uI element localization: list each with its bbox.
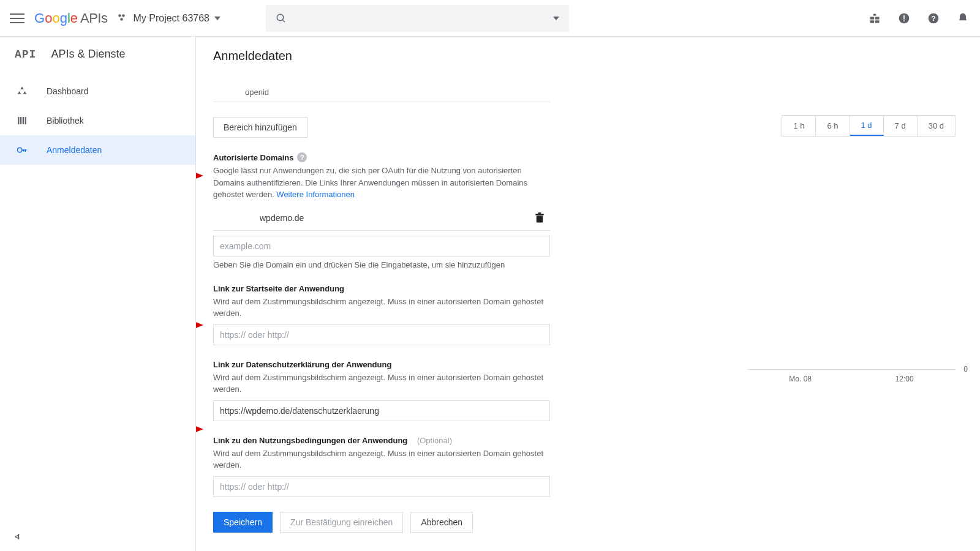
hamburger-menu-icon[interactable]: [10, 11, 24, 26]
api-mark: API: [15, 48, 36, 61]
svg-point-22: [18, 148, 23, 152]
svg-point-1: [123, 14, 126, 17]
svg-rect-6: [875, 17, 880, 19]
terms-link-title: Link zu den Nutzungsbedingungen der Anwe…: [213, 436, 550, 445]
svg-rect-19: [20, 117, 21, 124]
annotation-5: 5: [196, 163, 203, 188]
add-scope-button[interactable]: Bereich hinzufügen: [213, 117, 307, 138]
sidebar-item-library[interactable]: Bibliothek: [0, 106, 195, 135]
chevron-down-icon: [214, 17, 221, 20]
domain-row: wpdemo.de: [213, 206, 550, 231]
key-icon: [15, 144, 29, 156]
sidebar-nav: Dashboard Bibliothek Anmeldedaten: [0, 77, 195, 165]
metrics-panel: 1 h 6 h 1 d 7 d 30 d 0 Mo. 08 12:00: [747, 115, 956, 383]
privacy-link-title: Link zur Datenschutzerklärung der Anwend…: [213, 360, 550, 369]
library-icon: [15, 115, 29, 126]
topbar-actions: ?: [867, 11, 970, 26]
main-content: Anmeldedaten 5 6 7 openid Bereich hinzuf…: [196, 37, 980, 551]
collapse-sidebar-icon[interactable]: <I: [15, 532, 18, 541]
cancel-button[interactable]: Abbrechen: [410, 512, 473, 533]
time-range-30d[interactable]: 30 d: [918, 116, 955, 136]
privacy-link-input[interactable]: [213, 400, 550, 421]
svg-rect-11: [903, 15, 905, 20]
help-icon[interactable]: ?: [926, 11, 941, 26]
svg-rect-24: [25, 149, 26, 152]
chart-x-labels: Mo. 08 12:00: [747, 375, 956, 383]
domain-value: wpdemo.de: [260, 213, 534, 223]
svg-rect-28: [538, 212, 541, 214]
svg-rect-26: [537, 216, 543, 222]
sidebar-item-label: Bibliothek: [47, 116, 84, 126]
help-icon[interactable]: ?: [297, 152, 307, 162]
svg-marker-17: [23, 91, 27, 94]
terms-link-input[interactable]: [213, 476, 550, 497]
more-info-link[interactable]: Weitere Informationen: [276, 190, 355, 199]
domain-input-hint: Geben Sie die Domain ein und drücken Sie…: [213, 260, 550, 269]
notifications-icon[interactable]: [956, 11, 970, 26]
sidebar-title: APIs & Dienste: [51, 48, 125, 61]
time-range-6h[interactable]: 6 h: [816, 116, 850, 136]
authorized-domains-desc: Google lässt nur Anwendungen zu, die sic…: [213, 165, 550, 201]
page-title: Anmeldedaten: [196, 37, 980, 88]
svg-line-4: [282, 20, 285, 22]
dashboard-icon: [15, 86, 29, 97]
svg-rect-23: [21, 149, 26, 151]
submit-verification-button: Zur Bestätigung einreichen: [280, 512, 403, 533]
chart-axis-x: 0: [747, 369, 956, 370]
gift-icon[interactable]: [867, 11, 882, 26]
privacy-link-desc: Wird auf dem Zustimmungsbildschirm angez…: [213, 372, 550, 395]
sidebar-item-label: Dashboard: [47, 86, 89, 96]
project-icon: [117, 13, 128, 24]
project-name: My Project 63768: [133, 13, 209, 24]
save-button[interactable]: Speichern: [213, 512, 273, 533]
sidebar: API APIs & Dienste Dashboard Bibliothek: [0, 37, 196, 551]
project-selector[interactable]: My Project 63768: [117, 13, 221, 24]
authorized-domains-title: Autorisierte Domains ?: [213, 152, 550, 162]
sidebar-item-dashboard[interactable]: Dashboard: [0, 77, 195, 106]
sidebar-item-credentials[interactable]: Anmeldedaten: [0, 135, 195, 165]
svg-rect-8: [875, 20, 880, 23]
chart-area: 0 Mo. 08 12:00: [747, 369, 956, 383]
svg-rect-12: [903, 20, 905, 21]
trash-icon[interactable]: [534, 212, 545, 224]
svg-rect-9: [873, 13, 876, 15]
svg-text:?: ?: [931, 14, 935, 22]
svg-point-2: [121, 18, 124, 21]
svg-rect-21: [25, 117, 26, 124]
chart-zero-label: 0: [963, 365, 968, 373]
search-dropdown-icon[interactable]: [553, 17, 559, 20]
domain-input[interactable]: [213, 236, 550, 257]
scope-openid: openid: [213, 88, 550, 97]
time-range-1h[interactable]: 1 h: [782, 116, 816, 136]
svg-point-0: [119, 14, 122, 17]
chart-label: Mo. 08: [789, 375, 812, 383]
svg-rect-20: [23, 117, 24, 124]
svg-rect-25: [23, 149, 24, 151]
topbar: Google APIs My Project 63768 ?: [0, 0, 980, 37]
terms-link-desc: Wird auf dem Zustimmungsbildschirm angez…: [213, 448, 550, 471]
search-input[interactable]: [294, 13, 553, 23]
sidebar-item-label: Anmeldedaten: [47, 145, 102, 155]
chart-label: 12:00: [895, 375, 914, 383]
homepage-link-input[interactable]: [213, 324, 550, 345]
logo-apis-text: APIs: [80, 10, 107, 26]
homepage-link-desc: Wird auf dem Zustimmungsbildschirm angez…: [213, 296, 550, 320]
search-icon: [276, 13, 287, 24]
google-apis-logo[interactable]: Google APIs: [34, 10, 107, 26]
homepage-link-title: Link zur Startseite der Anwendung: [213, 284, 550, 293]
time-range-selector: 1 h 6 h 1 d 7 d 30 d: [782, 115, 956, 137]
annotation-6: 6: [196, 313, 203, 337]
annotation-7: 7: [196, 417, 203, 441]
svg-marker-16: [18, 91, 21, 94]
svg-rect-7: [870, 20, 875, 23]
alert-icon[interactable]: [897, 11, 911, 26]
svg-marker-15: [20, 87, 24, 90]
svg-rect-5: [870, 17, 875, 19]
sidebar-header: API APIs & Dienste: [0, 37, 195, 72]
time-range-7d[interactable]: 7 d: [884, 116, 918, 136]
form-button-row: Speichern Zur Bestätigung einreichen Abb…: [213, 512, 550, 533]
svg-rect-27: [535, 214, 544, 215]
time-range-1d[interactable]: 1 d: [850, 116, 884, 136]
search-bar[interactable]: [266, 5, 569, 32]
divider: [213, 102, 550, 102]
